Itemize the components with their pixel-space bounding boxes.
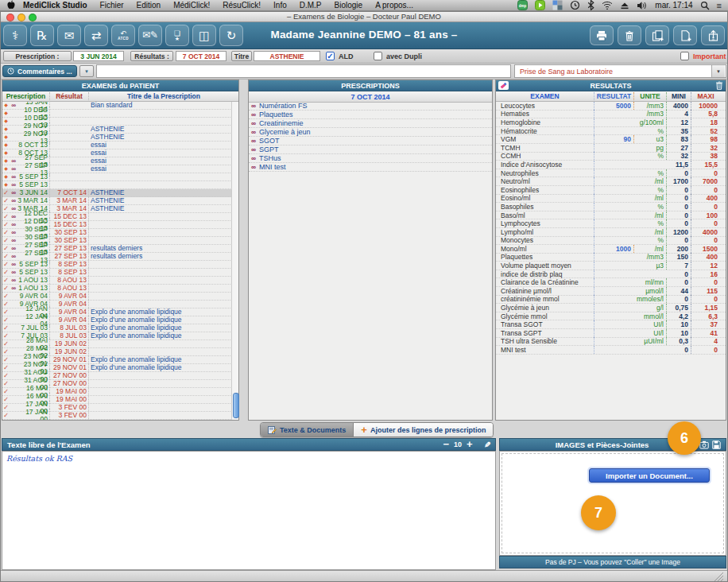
trash-icon[interactable] — [618, 25, 641, 45]
commentaires-dropdown[interactable]: ▼ — [79, 65, 94, 77]
prescription-item[interactable]: ∞Glycemie à jeun — [249, 128, 492, 137]
resultat-row[interactable]: VGM90u38398 — [496, 135, 726, 144]
resultat-row[interactable]: Basophiles%00 — [496, 203, 726, 211]
resize-grip[interactable] — [711, 572, 724, 581]
texte-libre-content[interactable]: Résultats ok RAS — [2, 451, 496, 570]
resultat-row[interactable]: Créatinine µmol/lµmol/l44115 — [496, 287, 726, 296]
resultat-row[interactable]: Lympho/ml/ml12004000 — [496, 228, 726, 237]
exams-scroll-thumb[interactable] — [233, 393, 239, 418]
time-machine-icon[interactable] — [570, 0, 580, 10]
menu-item-mediclick-studio[interactable]: MediClick Studio — [17, 1, 94, 10]
tab-texte-documents[interactable]: Texte & Documents — [261, 423, 354, 436]
col-resultat[interactable]: Résultat — [50, 92, 89, 100]
resultat-row[interactable]: Indice d'Anisocytose11,515,5 — [496, 161, 726, 169]
increase-font-button[interactable]: + — [467, 440, 473, 448]
menu-item-edition[interactable]: Edition — [130, 1, 168, 10]
volume-icon[interactable] — [637, 1, 648, 10]
prescription-date-header[interactable]: 7 OCT 2014 — [249, 91, 492, 103]
prescription-item[interactable]: ∞Plaquettes — [249, 111, 492, 119]
resultat-row[interactable]: indice de distrib plaq016 — [496, 270, 726, 279]
prescription-item[interactable]: ∞SGOT — [249, 137, 492, 146]
bluetooth-icon[interactable] — [587, 0, 594, 10]
prescription-item[interactable]: ∞SGPT — [249, 146, 492, 154]
resultat-row[interactable]: Leucocytes5000/mm3400010000 — [496, 102, 726, 111]
resultat-row[interactable]: TSH ultra SensibleµUI/ml0,34 — [496, 338, 726, 347]
menu-item-d-m-p[interactable]: D.M.P — [293, 1, 328, 10]
export-patient-icon[interactable] — [701, 25, 725, 45]
resultat-row[interactable]: Eosinophiles%00 — [496, 186, 726, 195]
menu-item-fichier[interactable]: Fichier — [94, 1, 130, 10]
resultat-row[interactable]: TCMHpg2732 — [496, 144, 726, 153]
resultat-row[interactable]: Volume plaquett moyenµ3712 — [496, 262, 726, 270]
resultat-row[interactable]: MNI test00 — [496, 346, 726, 355]
col-prescription[interactable]: Prescription — [2, 92, 50, 100]
dmp-status-icon[interactable]: dmp — [517, 0, 528, 10]
col-resultat-val[interactable]: RESULTAT — [594, 92, 634, 100]
dupli-checkbox[interactable] — [374, 52, 382, 60]
menu-clock[interactable]: mar. 17:14 — [655, 1, 692, 10]
exam-row[interactable]: ✓17 JAN 003 FEV 00 — [2, 412, 238, 420]
eject-icon[interactable] — [620, 1, 629, 10]
wifi-icon[interactable] — [602, 1, 613, 10]
resultat-row[interactable]: Transa SGPTUI/l1041 — [496, 329, 726, 338]
important-checkbox[interactable] — [680, 52, 689, 60]
exams-scrollbar[interactable] — [231, 102, 238, 420]
menu-item-biologie[interactable]: Biologie — [328, 1, 370, 10]
titre-field[interactable]: ASTHENIE — [254, 51, 320, 61]
duplicate-document-icon[interactable] — [645, 25, 669, 45]
resultat-row[interactable]: Eosino/ml/ml0400 — [496, 195, 726, 204]
spotlight-search-icon[interactable] — [700, 1, 710, 10]
photos-status-icon[interactable] — [552, 0, 563, 10]
prescription-item[interactable]: ∞Creatininemie — [249, 119, 492, 128]
resultat-row[interactable]: Plaquettes/mm3150400 — [496, 254, 726, 262]
resultat-row[interactable]: Mono/ml1000/ml2001500 — [496, 245, 726, 254]
col-mini[interactable]: MINI — [667, 92, 691, 100]
resultat-row[interactable]: Neutrophiles%00 — [496, 169, 726, 178]
menu-item-info[interactable]: Info — [267, 1, 293, 10]
ald-checkbox[interactable]: ✓ — [326, 52, 335, 60]
play-status-icon[interactable] — [535, 0, 545, 10]
resultat-row[interactable]: créatininémie mmolmmoles/l00 — [496, 296, 726, 305]
resultat-row[interactable]: Clairance de la Créatinineml/mn00 — [496, 278, 726, 287]
resultat-row[interactable]: Glycémie à jeung/l0,751,15 — [496, 304, 726, 312]
apple-menu-icon[interactable] — [6, 0, 15, 10]
col-titre[interactable]: Titre de la Prescription — [89, 92, 238, 100]
col-examen[interactable]: EXAMEN — [496, 92, 594, 100]
menu-item-m-diclick[interactable]: MédiClick! — [167, 1, 216, 10]
prescription-item[interactable]: ∞MNI test — [249, 163, 492, 172]
examen-name: Basophiles — [496, 203, 594, 211]
camera-icon[interactable] — [699, 440, 709, 449]
prescription-item[interactable]: ∞TSHus — [249, 154, 492, 163]
prescription-item[interactable]: ∞Numération FS — [249, 102, 492, 111]
resultat-row[interactable]: Lymphocytes%00 — [496, 219, 726, 228]
resultat-row[interactable]: CCMH%3238 — [496, 153, 726, 161]
commentaires-button[interactable]: Commentaires ... — [2, 65, 77, 77]
resultats-date-value[interactable]: 7 OCT 2014 — [176, 51, 227, 61]
menu-item-a-propos[interactable]: A propos... — [369, 1, 420, 10]
resultats-trash-icon[interactable] — [715, 81, 723, 90]
new-document-icon[interactable] — [673, 25, 697, 45]
resultat-row[interactable]: Monocytes%00 — [496, 237, 726, 246]
resultat-row[interactable]: Transa SGOTUI/l1037 — [496, 320, 726, 329]
import-document-button[interactable]: Importer un Document... — [589, 468, 710, 483]
col-unite[interactable]: UNITE — [634, 92, 667, 100]
eraser-pen-icon[interactable] — [498, 81, 509, 90]
resultat-row[interactable]: Hématocrite%3552 — [496, 127, 726, 136]
comment-field[interactable] — [96, 64, 511, 78]
resultat-row[interactable]: Glycémie mmolmmol/l4,26,3 — [496, 312, 726, 321]
edit-note-icon[interactable]: ✎ — [484, 440, 490, 449]
print-icon[interactable] — [590, 25, 614, 45]
menu-item-r-suclick[interactable]: RésuClick! — [216, 1, 267, 10]
resultat-row[interactable]: Hematies/mm345,8 — [496, 111, 726, 119]
save-attachment-icon[interactable] — [712, 440, 721, 449]
tab-ajouter-lignes[interactable]: + Ajouter des lignes de prescription — [354, 423, 493, 436]
resultat-row[interactable]: Hemoglobineg/100ml1218 — [496, 118, 726, 127]
col-maxi[interactable]: MAXI — [691, 92, 720, 100]
lab-combo[interactable]: Prise de Sang au Laboratoire ▼ — [514, 64, 726, 78]
resultats-date-label: Résultats : — [130, 51, 173, 61]
resultat-row[interactable]: Baso/ml/ml0100 — [496, 211, 726, 220]
resultat-row[interactable]: Neutro/ml/ml17007000 — [496, 177, 726, 186]
notification-center-icon[interactable]: ≡ — [717, 2, 722, 10]
decrease-font-button[interactable]: − — [443, 440, 449, 448]
prescription-date-value[interactable]: 3 JUN 2014 — [73, 51, 124, 61]
